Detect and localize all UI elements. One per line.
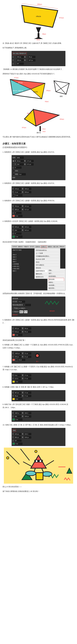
pf-x[interactable] (14, 328, 21, 330)
ph-x[interactable] (14, 374, 21, 376)
pg-stroke[interactable] (18, 359, 25, 361)
ph-h[interactable] (24, 378, 31, 380)
pk-y[interactable] (14, 436, 21, 438)
pa-y[interactable] (16, 163, 24, 166)
pd-h[interactable] (24, 229, 31, 231)
pk-w[interactable] (24, 433, 31, 435)
pf-h[interactable] (24, 331, 31, 333)
mi-5[interactable]: SVG 滤镜(G) (36, 264, 59, 266)
mi-1[interactable]: 上一个效果 (36, 252, 59, 255)
inp-h[interactable] (28, 59, 35, 61)
stroke-swatch[interactable] (12, 173, 15, 175)
inp-w[interactable] (28, 56, 35, 58)
menu-sel[interactable]: 选择(S) (35, 246, 40, 248)
pf-y[interactable] (14, 331, 21, 333)
fill-swatch-i[interactable] (12, 398, 15, 400)
layer-1[interactable]: 图层 1 (13, 270, 31, 272)
pg-w[interactable] (24, 352, 31, 354)
fill-swatch-k[interactable] (12, 443, 15, 444)
pb-x[interactable] (14, 188, 21, 190)
pb-h[interactable] (24, 191, 31, 193)
menu-view[interactable]: 视图(V) (48, 246, 53, 248)
pc-x[interactable] (14, 205, 21, 207)
pd-ang[interactable] (14, 232, 21, 234)
menu-edit[interactable]: 编辑(E) (18, 246, 23, 248)
pi-h[interactable] (24, 395, 31, 397)
pc-stroke[interactable] (15, 215, 22, 217)
fill-swatch-g[interactable] (12, 359, 15, 361)
stroke-swatch-f[interactable] (12, 334, 15, 336)
sm-2[interactable]: 收缩和膨胀... (49, 275, 64, 278)
pc-ang[interactable] (14, 212, 21, 214)
sm-6[interactable]: 随意变形... (49, 287, 64, 290)
pb-w[interactable] (24, 188, 31, 190)
pf-w[interactable] (24, 328, 31, 330)
pj-h[interactable] (24, 416, 31, 418)
pj-x[interactable] (14, 412, 21, 414)
sm-0[interactable]: 变换... (49, 269, 64, 272)
pa-x[interactable] (16, 160, 24, 162)
pb-y[interactable] (14, 191, 21, 193)
sm-1[interactable]: 扭拧... (49, 272, 64, 275)
stroke-swatch-c[interactable] (12, 215, 15, 217)
pb-stroke[interactable] (15, 194, 22, 196)
anchor-icon[interactable]: ▦ (12, 160, 14, 162)
stroke-swatch-d[interactable] (12, 236, 15, 238)
pd-y[interactable] (14, 229, 21, 231)
pi-x[interactable] (14, 392, 21, 394)
stroke-swatch-b[interactable] (12, 194, 15, 196)
stroke-swatch-g[interactable] (15, 359, 18, 361)
btn-cancel[interactable]: 取消 (24, 310, 28, 313)
pa-h[interactable] (26, 163, 33, 166)
menu-obj[interactable]: 对象(O) (24, 246, 29, 248)
pj-y[interactable] (14, 416, 21, 418)
pa-stroke[interactable] (19, 173, 26, 175)
layer-s3[interactable]: 形状 3 (13, 256, 31, 258)
layer-s1[interactable]: 形状 1 (13, 260, 31, 263)
pg-h[interactable] (24, 356, 31, 358)
sm-5[interactable]: 自由扭曲... (49, 284, 64, 287)
btn-ok[interactable]: 确定 (19, 310, 23, 313)
inp-seg[interactable] (24, 304, 31, 306)
opt-smooth[interactable]: ○ (12, 307, 13, 310)
inp-ang[interactable] (16, 62, 24, 65)
menu-type[interactable]: 文字(T) (30, 246, 34, 248)
sm-zigzag[interactable]: 波纹效果... (49, 278, 64, 281)
pc-w[interactable] (24, 205, 31, 207)
menu-file[interactable]: 文件(F) (12, 246, 17, 248)
inp-size[interactable] (18, 300, 25, 303)
inp-name[interactable] (16, 156, 24, 159)
pa-w[interactable] (26, 160, 33, 162)
menu-effect[interactable]: 效果(C) (41, 246, 47, 248)
chk-preview[interactable]: ☑ 预览(P) (12, 310, 19, 313)
layer-lines2[interactable]: ▸ 线条-底层 (13, 268, 31, 270)
pj-stroke[interactable] (15, 418, 22, 420)
ph-stroke[interactable] (15, 380, 22, 383)
menu-win[interactable]: 窗口(W) (53, 246, 59, 248)
inp-x[interactable] (16, 56, 24, 58)
pk-stroke[interactable] (15, 443, 22, 445)
ph-w[interactable] (24, 374, 31, 376)
pk-x[interactable] (14, 433, 21, 435)
pc-y[interactable] (14, 208, 21, 210)
pi-y[interactable] (14, 395, 21, 397)
inp-y[interactable] (16, 59, 24, 61)
mi-0[interactable]: 应用'波纹效果'(A) (36, 249, 59, 252)
pg-x[interactable] (14, 352, 21, 354)
mi-2[interactable]: 文档栅格效果设置(E)... (36, 255, 59, 258)
fill-swatch-j[interactable] (12, 418, 15, 420)
pk-ang[interactable] (14, 440, 21, 442)
sm-4[interactable]: 粗糙化... (49, 281, 64, 284)
pc-h[interactable] (24, 208, 31, 210)
fill-swatch[interactable] (12, 170, 15, 172)
ph-y[interactable] (14, 378, 21, 380)
fill-swatch-h[interactable] (12, 381, 15, 382)
opt-sharp[interactable]: ● (19, 307, 20, 310)
pd-w[interactable] (24, 226, 31, 228)
pi-stroke[interactable] (15, 398, 22, 400)
pi-w[interactable] (24, 392, 31, 394)
menu-help[interactable]: 帮助(H) (60, 246, 64, 248)
pd-stroke[interactable] (15, 236, 22, 238)
pj-w[interactable] (24, 412, 31, 414)
layer-lines[interactable]: ▸ 线条-条头 (13, 265, 31, 268)
